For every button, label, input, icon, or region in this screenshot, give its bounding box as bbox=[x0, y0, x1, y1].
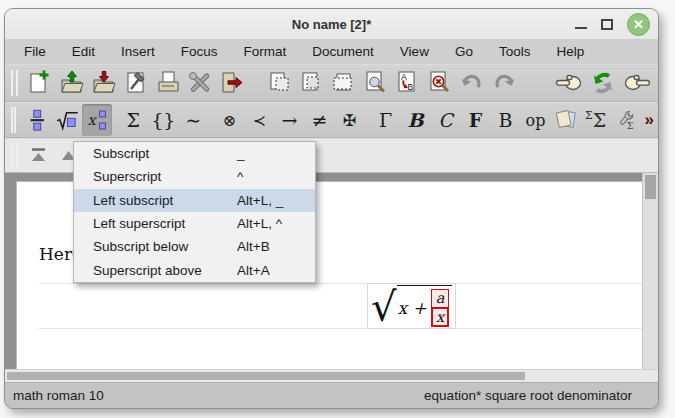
build-icon[interactable] bbox=[120, 67, 152, 99]
maximize-icon[interactable] bbox=[601, 19, 613, 30]
window-controls: ✕ bbox=[575, 9, 650, 39]
equation-environment[interactable]: √ x + a x bbox=[39, 283, 642, 329]
exit-top-icon[interactable] bbox=[24, 140, 54, 172]
otimes-button[interactable]: ⊗ bbox=[214, 104, 244, 136]
accent-button[interactable]: ∼ bbox=[178, 104, 208, 136]
open-document-icon[interactable] bbox=[56, 67, 88, 99]
toolbar-overflow-icon[interactable]: » bbox=[645, 110, 654, 130]
horizontal-scrollbar[interactable] bbox=[5, 369, 658, 382]
spell-check-icon[interactable] bbox=[424, 67, 456, 99]
new-document-icon[interactable] bbox=[24, 67, 56, 99]
search-icon[interactable] bbox=[360, 67, 392, 99]
square-root-icon[interactable] bbox=[52, 104, 82, 136]
menu-insert[interactable]: Insert bbox=[112, 41, 164, 62]
fraction-denominator-focus[interactable]: x bbox=[432, 308, 449, 327]
greek-letters-button[interactable]: Γ bbox=[371, 104, 401, 136]
menu-item-superscript[interactable]: Superscript ^ bbox=[74, 165, 315, 188]
undo-icon[interactable] bbox=[456, 67, 488, 99]
menu-item-left-superscript[interactable]: Left superscript Alt+L, ^ bbox=[74, 212, 315, 235]
menu-file[interactable]: File bbox=[15, 41, 55, 62]
replace-icon[interactable]: AB bbox=[392, 67, 424, 99]
toolbar-grip[interactable] bbox=[11, 70, 18, 96]
fraction-icon[interactable] bbox=[22, 104, 52, 136]
minimize-icon[interactable] bbox=[575, 27, 587, 29]
menu-help[interactable]: Help bbox=[547, 41, 593, 62]
menu-go[interactable]: Go bbox=[446, 41, 482, 62]
clipboard-pages-icon[interactable] bbox=[551, 104, 581, 136]
math-preferences-icon[interactable]: Σ bbox=[611, 104, 641, 136]
print-icon[interactable] bbox=[152, 67, 184, 99]
menu-document[interactable]: Document bbox=[303, 41, 383, 62]
menu-focus[interactable]: Focus bbox=[172, 41, 227, 62]
equation[interactable]: √ x + a x bbox=[367, 283, 456, 330]
fraction-numerator[interactable]: a bbox=[432, 290, 449, 308]
copy-icon[interactable] bbox=[264, 67, 296, 99]
vertical-scrollbar-thumb[interactable] bbox=[645, 175, 656, 199]
menu-edit[interactable]: Edit bbox=[63, 41, 104, 62]
menu-view[interactable]: View bbox=[391, 41, 438, 62]
radicand[interactable]: x + a x bbox=[397, 285, 453, 328]
svg-text:Σ: Σ bbox=[626, 120, 633, 131]
menu-tools[interactable]: Tools bbox=[490, 41, 540, 62]
back-icon[interactable] bbox=[552, 67, 586, 99]
toolbar-grip[interactable] bbox=[11, 143, 18, 169]
brackets-button[interactable]: {} bbox=[148, 104, 178, 136]
horizontal-scrollbar-thumb[interactable] bbox=[7, 372, 525, 380]
fraktur-button[interactable]: F bbox=[461, 104, 491, 136]
scripts-dropdown-menu: Subscript _ Superscript ^ Left subscript… bbox=[73, 141, 316, 283]
main-toolbar: AB bbox=[5, 64, 658, 102]
window-title: No name [2]* bbox=[292, 17, 371, 32]
titlebar[interactable]: No name [2]* ✕ bbox=[5, 9, 658, 39]
svg-text:B: B bbox=[408, 82, 414, 92]
vertical-scrollbar[interactable] bbox=[642, 173, 658, 369]
menu-item-subscript-below[interactable]: Subscript below Alt+B bbox=[74, 235, 315, 258]
svg-text:x: x bbox=[88, 111, 98, 128]
close-icon[interactable]: ✕ bbox=[627, 13, 650, 36]
status-mode: math roman 10 bbox=[13, 388, 424, 403]
blackboard-button[interactable]: B bbox=[491, 104, 521, 136]
calligraphic-button[interactable]: C bbox=[431, 104, 461, 136]
big-sum-button[interactable]: Σ bbox=[118, 104, 148, 136]
reload-icon[interactable] bbox=[586, 67, 620, 99]
math-toolbar: x Σ {} ∼ ⊗ ≺ → ≠ ✠ Γ B C F B op ΣΣ Σ » bbox=[5, 102, 658, 138]
status-context: equation* square root denominator bbox=[424, 388, 632, 403]
precedes-button[interactable]: ≺ bbox=[244, 104, 274, 136]
big-operator-icon[interactable]: ΣΣ bbox=[581, 104, 611, 136]
operator-button[interactable]: op bbox=[521, 104, 551, 136]
toolbar-grip[interactable] bbox=[11, 107, 16, 133]
paste-icon[interactable] bbox=[328, 67, 360, 99]
radical-sign: √ bbox=[371, 289, 397, 325]
preferences-tools-icon[interactable] bbox=[184, 67, 216, 99]
svg-text:A: A bbox=[401, 72, 407, 82]
menu-item-subscript[interactable]: Subscript _ bbox=[74, 142, 315, 165]
fraction-focus-box[interactable]: a x bbox=[431, 289, 450, 328]
bold-letters-button[interactable]: B bbox=[401, 104, 431, 136]
menu-format[interactable]: Format bbox=[235, 41, 296, 62]
not-equal-button[interactable]: ≠ bbox=[304, 104, 334, 136]
menu-item-superscript-above[interactable]: Superscript above Alt+A bbox=[74, 258, 315, 281]
arrow-button[interactable]: → bbox=[274, 104, 304, 136]
cut-icon[interactable] bbox=[296, 67, 328, 99]
forward-icon[interactable] bbox=[620, 67, 654, 99]
statusbar: math roman 10 equation* square root deno… bbox=[5, 382, 658, 408]
maltese-cross-button[interactable]: ✠ bbox=[334, 104, 364, 136]
close-document-icon[interactable] bbox=[216, 67, 248, 99]
scripts-icon[interactable]: x bbox=[82, 104, 112, 136]
menu-item-left-subscript[interactable]: Left subscript Alt+L, _ bbox=[74, 189, 315, 212]
menubar: File Edit Insert Focus Format Document V… bbox=[5, 39, 658, 64]
save-document-icon[interactable] bbox=[88, 67, 120, 99]
radicand-prefix[interactable]: x + bbox=[398, 298, 427, 318]
redo-icon[interactable] bbox=[488, 67, 520, 99]
